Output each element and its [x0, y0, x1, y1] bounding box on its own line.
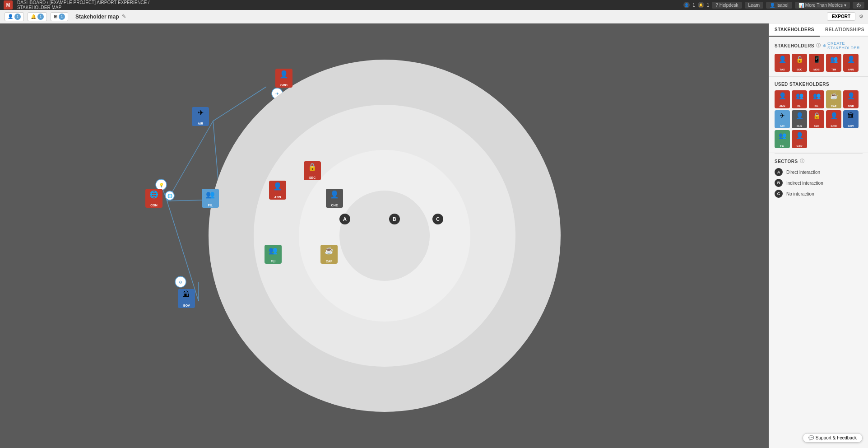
- badge-icon-1: 👤: [8, 14, 13, 19]
- node-ann[interactable]: 👤 ANN: [269, 181, 286, 200]
- air-icon: ✈: [198, 108, 204, 117]
- sector-label-a: A: [339, 214, 350, 224]
- tab-relationships[interactable]: RELATIONSHIPS: [820, 23, 868, 37]
- used-sec2[interactable]: 🔒 SEC: [809, 110, 824, 128]
- main-area: .conn { stroke: #5a9fd4; stroke-width: 1…: [0, 23, 868, 448]
- user-count-icon: 👤: [683, 2, 690, 8]
- node-gov[interactable]: 🏛 GOV: [178, 289, 195, 308]
- ann-icon: 👤: [273, 182, 282, 191]
- user-icon: 👤: [770, 3, 775, 8]
- power-button[interactable]: ⏻: [853, 2, 864, 9]
- svg-point-23: [175, 276, 186, 287]
- used-ann[interactable]: 👤 ANN: [775, 90, 790, 108]
- node-che[interactable]: 👤 CHE: [326, 189, 343, 208]
- caf-icon: ☕: [325, 246, 334, 255]
- badge-3[interactable]: ⊞ 1: [51, 12, 68, 21]
- sh-mos[interactable]: 📱 MOS: [809, 54, 824, 72]
- tab-stakeholders[interactable]: STAKEHOLDERS: [769, 23, 820, 37]
- badge-1[interactable]: 👤 1: [5, 12, 24, 21]
- learn-button[interactable]: Learn: [745, 2, 764, 9]
- sector-badge-b: B: [775, 179, 783, 187]
- used-gsd[interactable]: 👤 GSD: [792, 130, 807, 148]
- page-title-area: Stakeholder map ✎: [75, 14, 126, 20]
- create-stakeholder-link[interactable]: ⊕ Create stakeholder: [823, 41, 863, 50]
- chevron-down-icon: ▾: [844, 3, 846, 8]
- node-con[interactable]: 🌐 CON: [145, 189, 162, 208]
- badge-icon-3: ⊞: [54, 14, 57, 19]
- stakeholders-title: STAKEHOLDERS ⓘ ⊕ Create stakeholder: [775, 41, 863, 50]
- stakeholders-icons-row: 👤 TAX 🔒 SEC 📱 MOS 👥 TIM 👤 ANN: [775, 54, 863, 72]
- circle-core: [339, 191, 430, 281]
- edit-icon[interactable]: ✎: [122, 14, 126, 19]
- sector-badge-c: C: [775, 190, 783, 198]
- che-icon: 👤: [330, 190, 339, 199]
- svg-text:🌐: 🌐: [167, 193, 173, 199]
- top-nav: M DASHBOARD / [EXAMPLE PROJECT] AIRPORT …: [0, 0, 868, 10]
- badge-count-3: 1: [59, 14, 65, 20]
- node-caf[interactable]: ☕ CAF: [320, 245, 338, 264]
- svg-text:💡: 💡: [159, 182, 164, 188]
- svg-line-15: [167, 201, 199, 301]
- badge-icon-2: 🔔: [31, 14, 36, 19]
- node-fil[interactable]: 👥 FIL: [202, 189, 219, 208]
- used-air[interactable]: ✈ AIR: [775, 110, 790, 128]
- notification-count: 1: [692, 3, 695, 8]
- svg-point-20: [165, 191, 174, 200]
- more-metrics-button[interactable]: 📊 More Than Metrics ▾: [795, 2, 850, 9]
- user-button[interactable]: 👤 Isabel: [766, 2, 792, 9]
- node-sec[interactable]: 🔒 SEC: [304, 161, 321, 180]
- sectors-section: SECTORS ⓘ A Direct interaction B Indirec…: [769, 154, 868, 205]
- breadcrumb: DASHBOARD / [EXAMPLE PROJECT] AIRPORT EX…: [17, 0, 149, 10]
- sh-tim[interactable]: 👥 TIM: [826, 54, 841, 72]
- fli-icon: 👥: [269, 246, 278, 255]
- gov-icon: 🏛: [183, 290, 190, 299]
- chart-icon: 📊: [798, 3, 804, 8]
- used-ggr[interactable]: 👤 GGR: [843, 90, 859, 108]
- helpdesk-button[interactable]: ? Helpdesk: [712, 2, 742, 9]
- used-gov[interactable]: 🏛 GOV: [843, 110, 859, 128]
- sector-row-b: B Indirect interaction: [775, 179, 863, 187]
- sh-tax[interactable]: 👤 TAX: [775, 54, 790, 72]
- mos-icon: 📱: [813, 56, 821, 63]
- used-stakeholders-row: 👤 ANN 👥 FLI 👥 FIL ☕ CAF 👤 GGR: [775, 90, 863, 148]
- settings-icon[interactable]: ⚙: [859, 14, 863, 19]
- top-nav-right: 👤 1 🔔 1 ? Helpdesk Learn 👤 Isabel 📊 More…: [683, 2, 864, 9]
- badge-count-1: 1: [14, 14, 21, 20]
- export-button[interactable]: EXPORT: [827, 12, 855, 21]
- used-gro[interactable]: 👤 GRO: [826, 110, 841, 128]
- badge-count-2: 1: [37, 14, 44, 20]
- badge-2[interactable]: 🔔 1: [28, 12, 47, 21]
- used-che[interactable]: 👤 CHE: [792, 110, 807, 128]
- page-title: Stakeholder map: [75, 14, 119, 20]
- plus-icon: ⊕: [823, 43, 827, 48]
- node-air[interactable]: ✈ AIR: [192, 107, 209, 126]
- sh-ann[interactable]: 👤 ANN: [843, 54, 859, 72]
- node-gro[interactable]: 👤 GRO: [275, 69, 292, 88]
- app-logo: M: [4, 0, 13, 9]
- svg-line-6: [167, 196, 170, 201]
- support-icon: 💬: [808, 435, 814, 440]
- stakeholders-info-icon[interactable]: ⓘ: [816, 42, 821, 49]
- used-fli[interactable]: 👥 FLI: [792, 90, 807, 108]
- sec-icon: 🔒: [308, 163, 317, 171]
- ann2-icon: 👤: [847, 56, 855, 63]
- used-caf[interactable]: ☕ CAF: [826, 90, 841, 108]
- used-fil[interactable]: 👥 FIL: [809, 90, 824, 108]
- toolbar: 👤 1 🔔 1 ⊞ 1 Stakeholder map ✎ EXPORT ⚙: [0, 10, 868, 23]
- sector-row-c: C No interaction: [775, 190, 863, 198]
- sh-sec[interactable]: 🔒 SEC: [792, 54, 807, 72]
- used-stakeholders-section: USED STAKEHOLDERS 👤 ANN 👥 FLI 👥 FIL ☕ CA: [769, 77, 868, 153]
- sector-text-c: No interaction: [786, 191, 814, 196]
- sector-badge-a: A: [775, 168, 783, 176]
- sector-text-a: Direct interaction: [786, 170, 820, 175]
- used-fli2[interactable]: 👥 FLI: [775, 130, 790, 148]
- sectors-info-icon[interactable]: ⓘ: [800, 158, 805, 164]
- node-fli[interactable]: 👥 FLI: [265, 245, 282, 264]
- gro-icon: 👤: [279, 70, 288, 79]
- support-button[interactable]: 💬 Support & Feedback: [803, 433, 863, 443]
- sector-row-a: A Direct interaction: [775, 168, 863, 176]
- tax-icon: 👤: [779, 56, 786, 63]
- map-canvas[interactable]: .conn { stroke: #5a9fd4; stroke-width: 1…: [0, 23, 769, 448]
- sec2-icon: 🔒: [796, 56, 803, 63]
- toolbar-right: EXPORT ⚙: [827, 12, 863, 21]
